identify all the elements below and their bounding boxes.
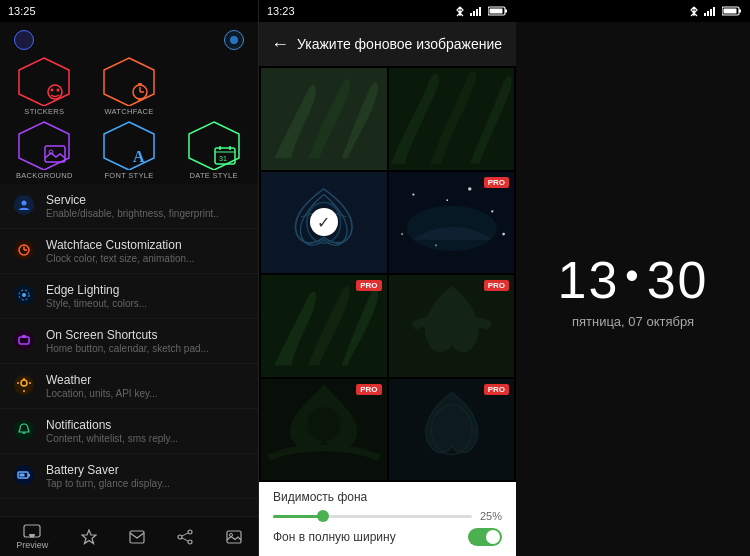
watchface-label: WATCHFACE [105,107,154,116]
notifications-icon [14,420,34,440]
menu-item-notifications[interactable]: Notifications Content, whitelist, sms re… [0,409,258,454]
bluetooth-icon-right [688,5,700,17]
menu-item-edge-lighting[interactable]: Edge Lighting Style, timeout, colors... [0,274,258,319]
menu-item-battery[interactable]: Battery Saver Tap to turn, glance displa… [0,454,258,499]
stickers-label: STICKERS [24,107,64,116]
sidebar-item-datestyle[interactable]: 31 DATE STYLE [173,120,254,180]
visibility-label: Видимость фона [273,490,502,504]
menu-item-onscreen[interactable]: On Screen Shortcuts Home button, calenda… [0,319,258,364]
water-icon[interactable] [224,30,244,50]
sidebar-item-background[interactable]: BACKGROUND [4,120,85,180]
menu-item-weather[interactable]: Weather Location, units, API key... [0,364,258,409]
bg-thumb-8[interactable]: PRO [389,379,515,481]
svg-rect-51 [470,13,472,16]
battery-icon-right [722,6,742,16]
bottom-preview[interactable]: Preview [16,524,48,550]
service-sub: Enable/disable, brightness, fingerprint.… [46,208,219,219]
svg-point-4 [57,89,60,92]
svg-marker-42 [82,530,96,544]
moon-icon[interactable] [14,30,34,50]
visibility-slider[interactable] [273,515,472,518]
svg-point-65 [491,210,493,212]
small-icons-row [4,30,254,50]
bottom-share[interactable] [177,529,193,545]
bottom-mail[interactable] [129,530,145,544]
svg-rect-29 [22,335,26,338]
pro-badge-5: PRO [356,280,381,291]
svg-rect-80 [713,7,715,16]
pro-badge-7: PRO [356,384,381,395]
svg-rect-82 [739,10,741,13]
weather-title: Weather [46,373,158,387]
bottom-controls: Видимость фона 25% Фон в полную ширину [259,482,516,556]
preview-label: Preview [16,540,48,550]
bg-thumb-3[interactable]: ✓ [261,172,387,274]
edge-lighting-icon [14,285,34,305]
svg-point-45 [178,535,182,539]
weather-sub: Location, units, API key... [46,388,158,399]
svg-rect-38 [20,474,25,477]
watchface-cust-sub: Clock color, text size, animation... [46,253,194,264]
bg-thumb-6[interactable]: PRO [389,275,515,377]
left-panel: 13:25 STICKERS [0,0,258,556]
svg-rect-9 [138,83,142,85]
selected-badge-3: ✓ [310,208,338,236]
svg-point-64 [468,187,471,190]
status-icons-mid [454,5,508,17]
menu-item-watchface-cust[interactable]: Watchface Customization Clock color, tex… [0,229,258,274]
background-label: BACKGROUND [16,171,73,180]
menu-item-service[interactable]: Service Enable/disable, brightness, fing… [0,184,258,229]
bg-thumb-7[interactable]: PRO [261,379,387,481]
svg-point-44 [188,530,192,534]
notifications-sub: Content, whitelist, sms reply... [46,433,178,444]
svg-point-46 [188,540,192,544]
back-button[interactable]: ← [271,34,289,55]
svg-point-30 [21,380,27,386]
watchface-cust-icon [14,240,34,260]
onscreen-title: On Screen Shortcuts [46,328,209,342]
svg-rect-12 [45,146,65,162]
svg-rect-40 [29,534,35,536]
battery-title: Battery Saver [46,463,170,477]
svg-rect-10 [138,99,142,101]
signal-icon-mid [470,6,484,16]
svg-rect-78 [707,11,709,16]
svg-line-48 [182,538,188,541]
svg-rect-83 [724,9,737,14]
svg-line-47 [182,533,188,536]
pro-badge-4: PRO [484,177,509,188]
bg-thumb-1[interactable] [261,68,387,170]
bg-thumb-4[interactable]: PRO [389,172,515,274]
svg-rect-28 [19,337,29,344]
bottom-bar: Preview [0,516,258,556]
middle-header-title: Укажите фоновое изображение [297,36,502,52]
watch-date: пятница, 07 октября [572,314,694,329]
bg-thumb-5[interactable]: PRO [261,275,387,377]
svg-point-22 [22,201,27,206]
sidebar-item-fontstyle[interactable]: A FONT STYLE [89,120,170,180]
watch-time: 13 • 30 [558,250,709,310]
bg-thumb-2[interactable] [389,68,515,170]
bottom-image[interactable] [226,530,242,544]
svg-rect-49 [227,531,241,543]
battery-icon-mid [488,6,508,16]
svg-rect-53 [476,9,478,16]
watch-minutes: 30 [647,250,709,310]
svg-point-63 [412,193,414,195]
status-bar-right [516,0,750,22]
sidebar-item-watchface[interactable]: WATCHFACE [89,56,170,116]
svg-point-74 [307,407,341,441]
status-bar-mid: 13:23 [259,0,516,22]
sidebar-item-stickers[interactable]: STICKERS [4,56,85,116]
fullwidth-toggle[interactable] [468,528,502,546]
edge-lighting-sub: Style, timeout, colors... [46,298,147,309]
svg-rect-54 [479,7,481,16]
onscreen-icon [14,330,34,350]
datestyle-label: DATE STYLE [190,171,238,180]
svg-rect-56 [505,10,507,13]
svg-rect-19 [219,146,221,150]
svg-point-67 [502,232,505,235]
bottom-star[interactable] [81,529,97,545]
time-left: 13:25 [8,5,36,17]
pro-badge-8: PRO [484,384,509,395]
